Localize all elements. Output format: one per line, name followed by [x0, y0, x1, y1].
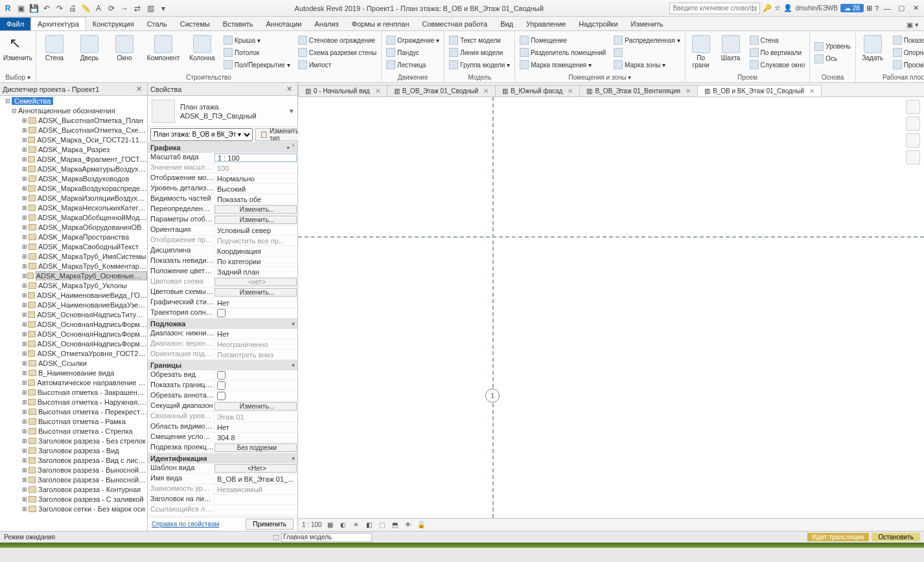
prop-sunpath[interactable]: Траектория солнца — [148, 308, 297, 319]
nav-icon[interactable]: → — [119, 3, 130, 14]
roomtag-button[interactable]: Марка помещения ▾ — [518, 59, 608, 71]
tree-item[interactable]: ⊞ADSK_МаркаОборудованияОВ — [0, 222, 147, 232]
tree-root[interactable]: ⊟Семейства — [0, 96, 147, 106]
switch-icon[interactable]: ⇄ — [132, 3, 143, 14]
nav-wheel-icon[interactable] — [906, 117, 920, 131]
tree-item[interactable]: ⊞ADSK_ОсновнаяНадписьФорма6_Г — [0, 339, 147, 348]
prop-gstyle[interactable]: Графический стил...Нет — [148, 298, 297, 308]
tree-category[interactable]: ⊟Аннотационные обозначения — [0, 106, 147, 115]
tab-addins[interactable]: Надстройки — [572, 17, 624, 30]
tab-architecture[interactable]: Архитектура — [30, 17, 86, 30]
mullion-button[interactable]: Импост — [296, 59, 378, 71]
byface-button[interactable]: По грани — [688, 32, 714, 73]
render-icon[interactable]: ⬚ — [378, 521, 387, 530]
tab-manage[interactable]: Управление — [520, 17, 572, 30]
tree-item[interactable]: ⊞Высотная отметка - Закрашенное з — [0, 387, 147, 397]
nav-pan-icon[interactable] — [906, 133, 920, 148]
stair-button[interactable]: Лестница — [384, 59, 441, 71]
tab-annotate[interactable]: Аннотации — [260, 17, 308, 30]
tree-item[interactable]: ⊞ADSK_МаркаПространства — [0, 232, 147, 242]
tree-item[interactable]: ⊞ADSK_МаркаТруб_Комментарии — [0, 261, 147, 271]
tree-item[interactable]: ⊞Заголовок разреза - Вид — [0, 445, 147, 455]
grid-line-h[interactable] — [298, 236, 924, 238]
curtgrid-button[interactable]: Схема разрезки стены — [296, 47, 378, 58]
prop-template[interactable]: Шаблон вида<Нет> — [148, 464, 297, 474]
drawing-canvas[interactable]: 1 — [298, 97, 924, 518]
tab-collab[interactable]: Совместная работа — [415, 17, 494, 30]
grid-bubble[interactable]: 1 — [485, 388, 500, 403]
window-button[interactable]: Окно — [109, 32, 140, 73]
area-button[interactable]: Распределенная ▾ — [612, 34, 682, 46]
ceiling-button[interactable]: Потолок — [222, 47, 292, 58]
maximize-button[interactable]: ▢ — [895, 3, 907, 14]
notifications-badge[interactable]: ☁ 28 — [840, 4, 864, 12]
keycheck-icon[interactable]: 🔑 — [763, 4, 772, 12]
tree-item[interactable]: ⊞ADSK_ОтметкаУровня_ГОСТ21-110 — [0, 348, 147, 358]
group-underlay[interactable]: Подложка⬥ — [148, 319, 297, 329]
instance-selector[interactable]: План этажа: В_ОВ и ВК_Эт ▾ — [150, 128, 253, 141]
tab-close-icon[interactable]: ✕ — [683, 87, 691, 95]
nav-home-icon[interactable] — [906, 100, 920, 114]
detail-level-icon[interactable]: ▦ — [326, 521, 335, 530]
undo-icon[interactable]: ↶ — [41, 3, 52, 14]
tree-item[interactable]: ⊞ADSK_Марка_Оси_ГОСТ21-1101-20 — [0, 135, 147, 144]
tree-item[interactable]: ⊞Заголовок разреза - Вид с листом — [0, 455, 147, 465]
type-selector[interactable]: План этажаADSK_В_ПЭ_Сводный ▾ — [148, 96, 297, 127]
panel-room-label[interactable]: Помещения и зоны ▾ — [518, 73, 682, 82]
measure-icon[interactable]: 📏 — [80, 3, 91, 14]
prop-cssys[interactable]: Цветовые схемы с...Изменить... — [148, 287, 297, 298]
tab-view[interactable]: Вид — [494, 17, 520, 30]
room-button[interactable]: Помещение — [518, 34, 608, 46]
view-tab[interactable]: ▥В_ОВ и ВК_Этаж 01_Сводный✕ — [697, 85, 822, 96]
prop-overrides[interactable]: Переопределения ...Изменить... — [148, 205, 297, 215]
prop-orient[interactable]: ОриентацияУсловный север — [148, 225, 297, 236]
search-input[interactable] — [669, 3, 760, 14]
crop-icon[interactable]: ⬒ — [391, 521, 400, 530]
shaft-button[interactable]: Шахта — [718, 32, 744, 73]
type-dropdown-icon[interactable]: ▾ — [290, 107, 294, 115]
sunpath-icon[interactable]: ☀ — [352, 521, 361, 530]
tree-item[interactable]: ⊞ADSK_Ссылки — [0, 358, 147, 368]
tree-item[interactable]: ⊞ADSK_ОсновнаяНадписьФорма3_Г — [0, 319, 147, 329]
shadows-icon[interactable]: ◧ — [365, 521, 374, 530]
prop-viewrange[interactable]: Секущий диапазонИзменить... — [148, 401, 297, 412]
workset-icon[interactable]: ⬚ — [273, 534, 279, 541]
viewer-button[interactable]: Просмотр — [891, 59, 924, 71]
tree-item[interactable]: ⊞ADSK_МаркаНесколькихКатегори — [0, 203, 147, 212]
tree-item[interactable]: ⊞ADSK_ОсновнаяНадписьФорма5_Г — [0, 329, 147, 339]
tab-steel[interactable]: Сталь — [141, 17, 174, 30]
wall-button[interactable]: Стена — [39, 32, 70, 73]
view-tab[interactable]: ▥В_ОВ_Этаж 01_Сводный✕ — [387, 85, 496, 96]
door-button[interactable]: Дверь — [74, 32, 105, 73]
tab-close-icon[interactable]: ✕ — [373, 87, 380, 95]
tree-item[interactable]: ⊞ADSK_Марка_Фрагмент_ГОСТ21-11 — [0, 154, 147, 164]
tab-close-icon[interactable]: ✕ — [807, 87, 814, 95]
grid-button[interactable]: Ось — [813, 53, 853, 65]
prop-viewname[interactable]: Имя видаВ_ОВ и ВК_Этаж 01_... — [148, 474, 297, 484]
tree-item[interactable]: ⊞ADSK_ОсновнаяНадписьТитул_ГОС — [0, 309, 147, 319]
text-icon[interactable]: A — [93, 3, 104, 14]
tree-item[interactable]: ⊞ADSK_НаименованиеВида_ГОСТ21 — [0, 290, 147, 300]
grid-line-v[interactable] — [492, 97, 494, 518]
tree-item[interactable]: ⊞В_Наименование вида — [0, 368, 147, 377]
tree-item[interactable]: ⊞ADSK_ВысотнаяОтметка_Схема — [0, 125, 147, 135]
sync-icon[interactable]: ⟳ — [106, 3, 117, 14]
floor-button[interactable]: Пол/Перекрытие ▾ — [222, 59, 292, 71]
print-icon[interactable]: 🖨 — [67, 3, 78, 14]
comm-icon[interactable]: ☆ — [774, 4, 781, 12]
modelgroup-button[interactable]: Группа модели ▾ — [447, 59, 512, 71]
tree-item[interactable]: ⊞ADSK_НаименованиеВидаУзел_ГО — [0, 300, 147, 309]
dropdown-icon[interactable]: ▾ — [158, 3, 168, 14]
tree-item[interactable]: ⊞Высотная отметка - Рамка — [0, 416, 147, 426]
project-browser-tree[interactable]: ⊟Семейства ⊟Аннотационные обозначения⊞AD… — [0, 96, 147, 531]
prop-offset[interactable]: Смещение условн...304.8 — [148, 433, 297, 443]
tree-item[interactable]: ⊞ADSK_МаркаСвободныйТекст — [0, 242, 147, 251]
pb-close-button[interactable]: ✕ — [133, 85, 144, 93]
tree-item[interactable]: ⊞ADSK_МаркаТруб_Уклоны — [0, 280, 147, 290]
tab-close-icon[interactable]: ✕ — [565, 87, 573, 95]
tab-massing[interactable]: Формы и генплан — [345, 17, 416, 30]
tree-item[interactable]: ⊞ADSK_МаркаТруб_ИмяСистемы — [0, 251, 147, 261]
set-button[interactable]: Задать — [859, 32, 887, 73]
tab-insert[interactable]: Вставить — [216, 17, 260, 30]
prop-hidden[interactable]: Показать невидим...По категории — [148, 256, 297, 267]
